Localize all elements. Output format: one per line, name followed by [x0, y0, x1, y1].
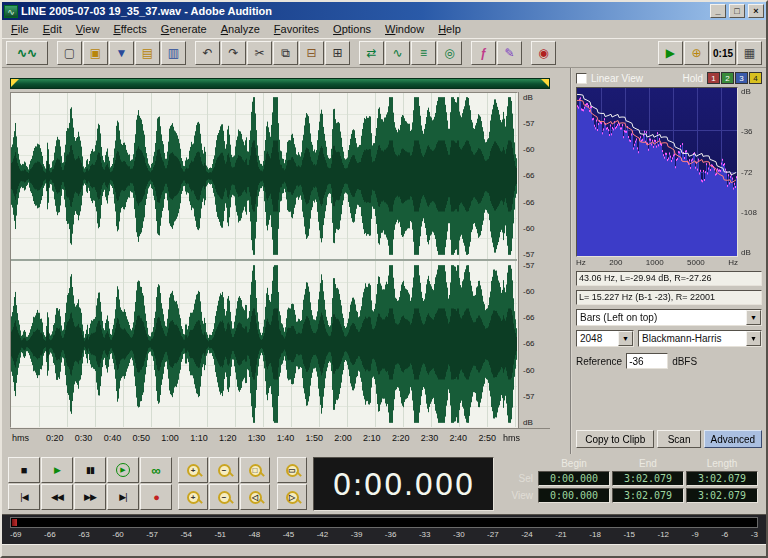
menu-item-analyze[interactable]: Analyze [214, 22, 267, 36]
meter-tick-label: -9 [692, 530, 699, 539]
go-start-button[interactable]: |◀ [8, 484, 40, 510]
cut-button[interactable]: ✂ [247, 41, 272, 65]
advanced-button[interactable]: Advanced [704, 430, 762, 448]
menu-item-help[interactable]: Help [431, 22, 468, 36]
mix-paste-icon: ⊞ [332, 46, 342, 60]
copy-button[interactable]: ⧉ [273, 41, 298, 65]
zoom-full-button[interactable]: □ [240, 457, 270, 483]
scripts-button[interactable]: ✎ [497, 41, 522, 65]
time-tick-label: 2:00 [334, 433, 352, 443]
copy-to-clipboard-button[interactable]: Copy to Clipb [576, 430, 654, 448]
chevron-down-icon[interactable]: ▼ [618, 331, 633, 346]
open-file-button[interactable]: ▣ [83, 41, 108, 65]
hold-button-4[interactable]: 4 [749, 72, 762, 84]
fft-window-select[interactable]: Blackmann-Harris ▼ [638, 330, 762, 347]
frequency-analysis-button[interactable]: ∿ [385, 41, 410, 65]
sel-end-value[interactable]: 3:02.079 [612, 471, 684, 486]
menu-item-generate[interactable]: Generate [154, 22, 214, 36]
mix-paste-button[interactable]: ⊞ [325, 41, 350, 65]
title-bar[interactable]: ∿ LINE 2005-07-03 19_35_37.wav - Adobe A… [2, 2, 766, 20]
fft-size-select[interactable]: 2048 ▼ [576, 330, 634, 347]
time-tick-label: 0:30 [75, 433, 93, 443]
hold-button-3[interactable]: 3 [735, 72, 748, 84]
zoom-selection-button[interactable]: ▭ [277, 457, 307, 483]
zoom-sel-left-button[interactable]: ◁ [240, 484, 270, 510]
zoom-out-v-button[interactable]: − [209, 484, 239, 510]
waveform-view-button[interactable]: ∿∿ [6, 41, 48, 65]
zoom-in-v-button[interactable]: + [178, 484, 208, 510]
zoom-sel-left-icon: ◁ [249, 491, 262, 504]
sel-begin-value[interactable]: 0:00.000 [538, 471, 610, 486]
stop-button[interactable]: ■ [8, 457, 40, 483]
display-mode-select[interactable]: Bars (Left on top) ▼ [576, 309, 762, 326]
record-button[interactable]: ● [140, 484, 172, 510]
chevron-down-icon[interactable]: ▼ [746, 331, 761, 346]
cd-project-button[interactable]: ◎ [437, 41, 462, 65]
waveform-right-channel[interactable] [11, 261, 517, 427]
reference-input[interactable] [626, 353, 668, 369]
effects-rack-button[interactable]: ƒ [471, 41, 496, 65]
zoom-preview-button[interactable]: ⊕ [684, 41, 709, 65]
sel-length-value[interactable]: 3:02.079 [686, 471, 758, 486]
go-end-button[interactable]: ▶| [107, 484, 139, 510]
rewind-button[interactable]: ◀◀ [41, 484, 73, 510]
menu-item-edit[interactable]: Edit [36, 22, 69, 36]
zoom-sel-right-button[interactable]: ▷ [277, 484, 307, 510]
open-append-icon: ▤ [142, 46, 153, 60]
maximize-button[interactable]: □ [729, 4, 745, 18]
save-as-button[interactable]: ▥ [161, 41, 186, 65]
minimize-button[interactable]: _ [710, 4, 726, 18]
fft-window-value: Blackmann-Harris [639, 333, 746, 344]
view-length-value[interactable]: 3:02.079 [686, 488, 758, 503]
waveform-left-channel[interactable] [11, 93, 517, 259]
pause-button[interactable]: ▮▮ [74, 457, 106, 483]
save-file-button[interactable]: ▼ [109, 41, 134, 65]
close-button[interactable]: × [748, 4, 764, 18]
spectrum-display[interactable] [576, 87, 738, 257]
hold-button-2[interactable]: 2 [721, 72, 734, 84]
menu-item-options[interactable]: Options [326, 22, 378, 36]
fast-forward-button[interactable]: ▶▶ [74, 484, 106, 510]
insert-multitrack-button[interactable]: ≡ [411, 41, 436, 65]
linear-view-checkbox[interactable] [576, 73, 587, 84]
play-button[interactable]: ▶ [41, 457, 73, 483]
play-icon: ▶ [54, 465, 60, 475]
meter-tick-label: -36 [385, 530, 397, 539]
zoom-in-h-button[interactable]: + [178, 457, 208, 483]
undo-button[interactable]: ↶ [195, 41, 220, 65]
convert-sample-type-button[interactable]: ⇄ [359, 41, 384, 65]
play-to-end-button[interactable]: ▶ [107, 457, 139, 483]
waveform-display: dB-57-60-66-66-60-57 -57-60-66-66-60-57d… [10, 92, 550, 428]
fft-size-value: 2048 [577, 333, 618, 344]
cd-burn-icon: ◉ [538, 46, 548, 60]
play-to-end-icon: ▶ [116, 463, 130, 477]
chevron-down-icon[interactable]: ▼ [746, 310, 761, 325]
play-preview-button[interactable]: ▶ [658, 41, 683, 65]
workspace-grid-button[interactable]: ▦ [737, 41, 762, 65]
zoom-out-h-button[interactable]: − [209, 457, 239, 483]
menu-item-file[interactable]: File [4, 22, 36, 36]
new-file-button[interactable]: ▢ [57, 41, 82, 65]
open-append-button[interactable]: ▤ [135, 41, 160, 65]
spectrum-hz-label: 5000 [687, 258, 705, 267]
menu-item-window[interactable]: Window [378, 22, 431, 36]
cd-burn-button[interactable]: ◉ [531, 41, 556, 65]
paste-button[interactable]: ⊟ [299, 41, 324, 65]
amplitude-ruler[interactable]: dB-57-60-66-66-60-57 -57-60-66-66-60-57d… [518, 92, 550, 428]
view-end-value[interactable]: 3:02.079 [612, 488, 684, 503]
menu-item-favorites[interactable]: Favorites [267, 22, 326, 36]
view-begin-value[interactable]: 0:00.000 [538, 488, 610, 503]
time-window-button[interactable]: 0:15 [710, 41, 736, 65]
time-display-panel[interactable]: 0:00.000 [313, 457, 494, 511]
menu-item-effects[interactable]: Effects [106, 22, 153, 36]
horizontal-view-bar[interactable] [10, 78, 550, 89]
redo-button[interactable]: ↷ [221, 41, 246, 65]
loop-button[interactable]: ∞ [140, 457, 172, 483]
level-meter[interactable] [10, 517, 758, 528]
menu-item-view[interactable]: View [69, 22, 107, 36]
hold-button-1[interactable]: 1 [707, 72, 720, 84]
scan-button[interactable]: Scan [657, 430, 700, 448]
display-mode-value: Bars (Left on top) [577, 312, 746, 323]
spectrum-db-label: -36 [741, 127, 762, 136]
timeline-ruler[interactable]: hms 0:200:300:400:501:001:101:201:301:40… [10, 428, 550, 448]
